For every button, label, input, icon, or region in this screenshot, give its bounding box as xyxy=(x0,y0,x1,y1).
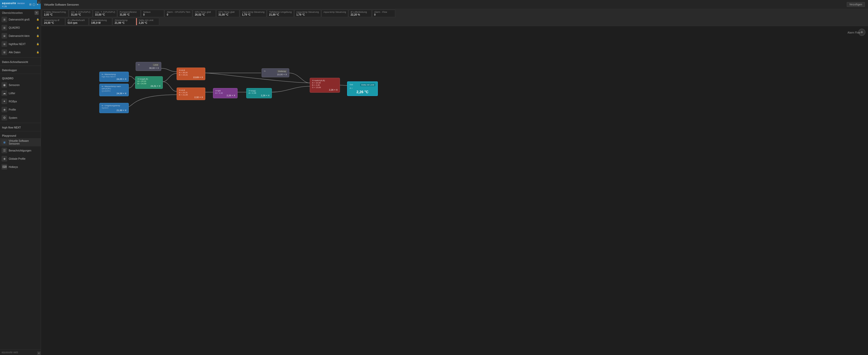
sidebar-item-profile[interactable]: ◈ Profile xyxy=(0,105,41,114)
sidebar-item-label: highflow NEXT xyxy=(9,43,35,45)
sidebar-item-sensoren[interactable]: ◉ Sensoren xyxy=(0,81,41,89)
node-xlptt[interactable]: X=lptt A = 2,32 2,26 × X xyxy=(213,88,238,98)
node-limit[interactable]: In Limit 38,00 × X xyxy=(136,62,161,71)
sidebar-item-highflow-next[interactable]: 🖥 highflow NEXT 🔒 xyxy=(0,40,41,48)
sensor-name: Alarm - Flow xyxy=(374,11,393,13)
sidebar: aquasuite Version X.39 ⊞ ⓘ ✕ Übersichtss… xyxy=(0,0,41,355)
sidebar-item-globale-profile[interactable]: ◈ Globale Profile xyxy=(0,155,41,163)
sensor-tile[interactable]: Zimmertemp 21,99 °C xyxy=(113,18,136,25)
app-name: aquasuite xyxy=(2,2,17,5)
sidebar-item-benachrichtigungen[interactable]: ☰ Benachrichtigungen xyxy=(0,147,41,155)
sidebar-scroll-down[interactable]: ▼ xyxy=(37,351,41,355)
profile-icon: ◈ xyxy=(2,107,7,112)
sensor-tile[interactable]: max. T. (CPU/GPU) 33,00 °C xyxy=(93,10,117,17)
sensor-name: Ø Lüfterdrehzahl xyxy=(68,19,87,22)
sidebar-item-label: Globale Profile xyxy=(9,157,39,160)
window-icon-grid[interactable]: ⊞ xyxy=(29,3,31,7)
sensor-tile[interactable]: Ø Lüfterleistung 22,20 % xyxy=(349,10,372,17)
sidebar-item-datenansicht-klein[interactable]: 🖥 Datenansicht klein 🔒 xyxy=(0,32,41,40)
sidebar-item-system[interactable]: ⚙ System xyxy=(0,114,41,122)
sensor-tile[interactable]: T-delta (Wasser/Umg. 2,05 °C xyxy=(42,10,68,17)
section-header-overview: Übersichtsseiten + xyxy=(0,9,41,15)
sidebar-item-quadro[interactable]: 🖥 QUADRO 🔒 xyxy=(0,24,41,32)
sensor-tile[interactable]: Ø Lüfterdrehzahl 514 rpm xyxy=(65,18,89,25)
flow-connections-svg xyxy=(41,26,868,355)
add-sensor-button[interactable]: hinzufügen xyxy=(847,2,865,7)
divider xyxy=(0,74,41,74)
sensor-name: GPU Temp glatt xyxy=(218,11,237,13)
node-xab-top[interactable]: X=A-B A = 38,00 B = 24,31 13,69 × X xyxy=(177,68,205,80)
sensor-value: 24,00 °C xyxy=(44,22,63,24)
sensor-name: Aqua-temp Steuerung xyxy=(323,11,346,13)
node-avg-ab[interactable]: X=avg(A,B) A = 24,03 B = 24,59 24,31 × X xyxy=(135,76,163,89)
sensor-value: 514 rpm xyxy=(68,22,87,24)
add-overview-button[interactable]: + xyxy=(35,11,39,15)
sidebar-item-label: Benachrichtigungen xyxy=(9,149,39,152)
node-umgebungstemp[interactable]: In Umgebungstemp System 21,99 × X xyxy=(99,103,129,113)
sensor-tile[interactable]: GPU Temp glatt 31,00 °C xyxy=(216,10,239,17)
sensor-value: 21,99 °C xyxy=(115,22,134,24)
sidebar-item-rgbpx[interactable]: ✦ RGBpx xyxy=(0,97,41,105)
monitor-icon: 🖥 xyxy=(2,17,7,22)
node-wassertemp-gpu[interactable]: In Wassertemp nach GPU/CPU QUADRO 24,59 … xyxy=(99,84,129,96)
monitor-icon: 🖥 xyxy=(2,50,7,55)
sensor-tile[interactable]: Alarm - Flow 0 xyxy=(372,10,395,17)
sensor-value: 1,79 °C xyxy=(242,13,265,16)
sensor-tile[interactable]: CPU Temp glatt 26,02 °C xyxy=(193,10,216,17)
sensor-tile[interactable]: Wassertemp Ø 24,00 °C xyxy=(42,18,65,25)
sensor-value: 22,20 % xyxy=(351,13,370,16)
lock-icon: 🔒 xyxy=(36,35,39,37)
sensor-tile[interactable]: Aqua-temp Steuerung xyxy=(321,10,348,17)
node-zieltemp[interactable]: In Zieltemp 10,00 × X xyxy=(261,68,289,77)
sensor-tile[interactable]: Alarm - CPU/GPU Tem 0 xyxy=(164,10,192,17)
divider xyxy=(0,131,41,131)
monitor-icon: 🖥 xyxy=(2,139,7,145)
node-output[interactable]: Out Delta mit Limit A = 2,26 °C xyxy=(347,82,378,96)
notification-icon: ☰ xyxy=(2,148,7,153)
sensor-value: 31,00 °C xyxy=(120,13,138,16)
sensor-name: Pumpenreferenz xyxy=(120,11,138,13)
sidebar-item-datenansicht-gross[interactable]: 🖥 Datenansicht groß 🔒 xyxy=(0,15,41,24)
node-xab-bot[interactable]: X=A-B A = 24,31 B = 21,99 2,32 × X xyxy=(177,88,205,100)
sidebar-scroll-up[interactable]: ▲ xyxy=(37,0,41,4)
main-content: Virtuelle Software Sensoren hinzufügen T… xyxy=(41,0,868,355)
flow-canvas[interactable]: In Limit 38,00 × X In Wassertemp high fl… xyxy=(41,26,868,355)
sidebar-item-lüfter[interactable]: ☁ Lüfter xyxy=(0,89,41,97)
sensor-value: 33,00 °C xyxy=(95,13,115,16)
sidebar-item-virtuelle-sensoren[interactable]: 🖥 Virtuelle Software Sensoren xyxy=(0,138,41,147)
sensor-tile[interactable]: Systemleistung 145,9 W xyxy=(89,18,112,25)
sensor-name: Alarm - CPU/GPU Tem xyxy=(167,11,190,13)
node-wassertemp[interactable]: In Wassertemp high flow NEXT 24,03 × X xyxy=(99,72,129,82)
sensor-tile[interactable]: Aqua-temp Steuerung 1,79 °C xyxy=(240,10,267,17)
sidebar-item-label: QUADRO xyxy=(9,26,35,29)
sensor-tile[interactable]: Tiefsttemp Umgebung 21,89 °C xyxy=(267,10,293,17)
sensor-tile[interactable]: min. T. (CPU/GPU) 31,00 °C xyxy=(69,10,92,17)
sidebar-item-aquasuite-web[interactable]: aquasuite web xyxy=(0,349,41,355)
sensor-tile[interactable]: Aqua-temp Steuerung 1,79 °C xyxy=(294,10,321,17)
monitor-icon: 🖥 xyxy=(2,33,7,39)
sensor-value: 21,89 °C xyxy=(269,13,291,16)
sidebar-item-hotkeys[interactable]: ⌨ Hotkeys xyxy=(0,163,41,171)
sidebar-item-label: Profile xyxy=(9,108,39,111)
sensor-tile[interactable]: Notaus 0 xyxy=(141,10,164,17)
page-title: Virtuelle Software Sensoren xyxy=(44,3,79,6)
sidebar-item-label: System xyxy=(9,117,39,119)
window-icon-info[interactable]: ⓘ xyxy=(32,3,35,7)
topbar: Virtuelle Software Sensoren hinzufügen xyxy=(41,0,868,9)
system-icon: ⚙ xyxy=(2,115,7,121)
sidebar-header: aquasuite Version X.39 ⊞ ⓘ ✕ xyxy=(0,0,41,9)
sensor-value: 0 xyxy=(167,13,190,16)
sidebar-item-label: Sensoren xyxy=(9,84,39,87)
sensor-value: 2,05 °C xyxy=(44,13,66,16)
sidebar-item-alle-daten[interactable]: 🖥 Alle Daten 🔒 xyxy=(0,48,41,56)
lock-icon: 🔒 xyxy=(36,43,39,45)
sensor-tile[interactable]: Pumpenreferenz 31,00 °C xyxy=(118,10,141,17)
node-xavg0[interactable]: X=avg() A = 2,28 2,26 × X xyxy=(246,88,272,98)
sidebar-item-label: Datenansicht groß xyxy=(9,18,35,21)
node-xswitch[interactable]: X=switch(A,B) A = 10,00 B = 2,26 S = 13,… xyxy=(310,78,340,93)
sidebar-item-label: RGBpx xyxy=(9,100,39,103)
sensor-tile-delta[interactable]: Delta mit Limit 2,26 °C xyxy=(136,18,159,25)
topbar-actions: hinzufügen xyxy=(847,2,865,7)
sensor-name: Delta mit Limit xyxy=(139,19,157,22)
aquasuite-web-label: aquasuite web xyxy=(2,351,39,354)
